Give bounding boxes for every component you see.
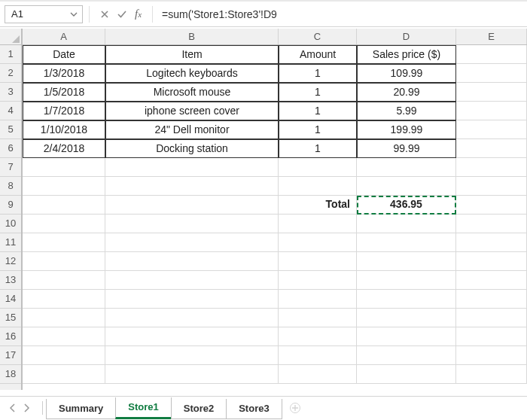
- cell[interactable]: 1/5/2018: [23, 83, 105, 102]
- cell[interactable]: [105, 271, 279, 290]
- cell[interactable]: [456, 177, 527, 196]
- cell[interactable]: [279, 158, 357, 177]
- cell[interactable]: [456, 45, 527, 64]
- cell[interactable]: [456, 309, 527, 327]
- cell[interactable]: [105, 290, 279, 309]
- cell[interactable]: [23, 196, 105, 215]
- row-header-17[interactable]: 17: [0, 346, 21, 365]
- cancel-icon[interactable]: [100, 10, 109, 19]
- cell[interactable]: [23, 327, 105, 346]
- cell[interactable]: [23, 271, 105, 290]
- row-header-4[interactable]: 4: [0, 102, 21, 120]
- cell[interactable]: [23, 233, 105, 252]
- tab-next-icon[interactable]: [23, 403, 30, 412]
- row-header-18[interactable]: 18: [0, 365, 21, 384]
- cell[interactable]: 1: [279, 83, 357, 102]
- cell[interactable]: Docking station: [105, 139, 279, 158]
- col-header-A[interactable]: A: [23, 29, 105, 44]
- cell[interactable]: [456, 102, 527, 120]
- cell[interactable]: [357, 271, 456, 290]
- cell[interactable]: 24" Dell monitor: [105, 120, 279, 139]
- cell[interactable]: [279, 346, 357, 365]
- select-all-button[interactable]: [0, 29, 23, 45]
- row-header-6[interactable]: 6: [0, 139, 21, 158]
- cell[interactable]: [23, 215, 105, 233]
- cell[interactable]: Date: [23, 45, 105, 64]
- cell[interactable]: Sales price ($): [357, 45, 456, 64]
- cell[interactable]: [357, 177, 456, 196]
- cell[interactable]: 436.95: [357, 196, 456, 215]
- formula-input[interactable]: =sum('Store1:Store3'!D9: [159, 5, 522, 23]
- cell[interactable]: [456, 120, 527, 139]
- new-sheet-button[interactable]: [286, 399, 304, 417]
- cell[interactable]: 1/10/2018: [23, 120, 105, 139]
- cell[interactable]: [105, 327, 279, 346]
- cell[interactable]: 99.99: [357, 139, 456, 158]
- col-header-D[interactable]: D: [357, 29, 456, 44]
- row-header-5[interactable]: 5: [0, 120, 21, 139]
- row-header-12[interactable]: 12: [0, 252, 21, 271]
- cell[interactable]: [456, 252, 527, 271]
- cell[interactable]: 1: [279, 102, 357, 120]
- cell[interactable]: [105, 252, 279, 271]
- row-header-10[interactable]: 10: [0, 215, 21, 233]
- name-box[interactable]: A1: [5, 5, 83, 23]
- cell[interactable]: 2/4/2018: [23, 139, 105, 158]
- cell[interactable]: [105, 309, 279, 327]
- cell[interactable]: [279, 290, 357, 309]
- cell[interactable]: [357, 327, 456, 346]
- cell[interactable]: [456, 64, 527, 83]
- cell[interactable]: [456, 158, 527, 177]
- cell[interactable]: [357, 158, 456, 177]
- cell[interactable]: [279, 233, 357, 252]
- cell[interactable]: [105, 196, 279, 215]
- row-header-7[interactable]: 7: [0, 158, 21, 177]
- cell[interactable]: [23, 365, 105, 384]
- cell[interactable]: 20.99: [357, 83, 456, 102]
- cell[interactable]: 1: [279, 64, 357, 83]
- sheet-tab-store2[interactable]: Store2: [171, 399, 227, 419]
- cell[interactable]: 199.99: [357, 120, 456, 139]
- cell[interactable]: 5.99: [357, 102, 456, 120]
- cell[interactable]: [456, 365, 527, 384]
- cell[interactable]: [279, 309, 357, 327]
- cell[interactable]: Total: [279, 196, 357, 215]
- row-header-3[interactable]: 3: [0, 83, 21, 102]
- chevron-down-icon[interactable]: [69, 9, 79, 20]
- cell[interactable]: Amount: [279, 45, 357, 64]
- sheet-tab-summary[interactable]: Summary: [46, 399, 116, 419]
- cell[interactable]: [357, 215, 456, 233]
- cell[interactable]: 1/7/2018: [23, 102, 105, 120]
- fx-icon[interactable]: fx: [135, 8, 142, 20]
- cell[interactable]: [456, 271, 527, 290]
- cell[interactable]: [23, 346, 105, 365]
- cell[interactable]: [105, 177, 279, 196]
- check-icon[interactable]: [117, 10, 127, 19]
- cell[interactable]: [456, 233, 527, 252]
- cell[interactable]: [456, 346, 527, 365]
- cell[interactable]: 1: [279, 120, 357, 139]
- cell[interactable]: Microsoft mouse: [105, 83, 279, 102]
- cell[interactable]: [279, 327, 357, 346]
- row-header-16[interactable]: 16: [0, 327, 21, 346]
- col-header-E[interactable]: E: [456, 29, 527, 44]
- cell[interactable]: [279, 252, 357, 271]
- cell[interactable]: [357, 290, 456, 309]
- cells-grid[interactable]: DateItemAmountSales price ($)1/3/2018Log…: [23, 45, 527, 390]
- row-header-14[interactable]: 14: [0, 290, 21, 309]
- cell[interactable]: [456, 196, 527, 215]
- row-header-9[interactable]: 9: [0, 196, 21, 215]
- row-header-11[interactable]: 11: [0, 233, 21, 252]
- cell[interactable]: Item: [105, 45, 279, 64]
- row-header-13[interactable]: 13: [0, 271, 21, 290]
- cell[interactable]: [105, 233, 279, 252]
- cell[interactable]: 109.99: [357, 64, 456, 83]
- cell[interactable]: [23, 252, 105, 271]
- cell[interactable]: [105, 346, 279, 365]
- row-header-2[interactable]: 2: [0, 64, 21, 83]
- row-header-1[interactable]: 1: [0, 45, 21, 64]
- cell[interactable]: [23, 290, 105, 309]
- cell[interactable]: [357, 346, 456, 365]
- cell[interactable]: [279, 365, 357, 384]
- cell[interactable]: [456, 139, 527, 158]
